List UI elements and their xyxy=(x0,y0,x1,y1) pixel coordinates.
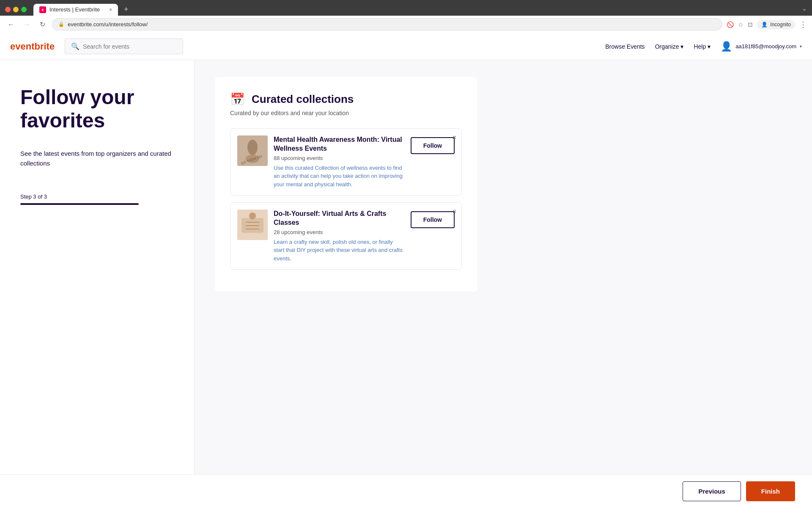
collection-follow-btn: Follow xyxy=(411,137,455,154)
search-icon: 🔍 xyxy=(71,42,80,50)
collection-item: × xyxy=(230,202,462,270)
svg-point-1 xyxy=(247,140,258,155)
collection-info: Do-It-Yourself: Virtual Arts & Crafts Cl… xyxy=(274,210,405,262)
incognito-badge: 👤 Incognito xyxy=(757,20,795,29)
organize-label: Organize xyxy=(655,43,679,50)
user-chevron-icon: ▾ xyxy=(800,44,802,49)
url-bar[interactable]: 🔒 eventbrite.com/u/interests/follow/ xyxy=(52,18,722,30)
user-icon: 👤 xyxy=(721,41,732,52)
progress-bar xyxy=(20,203,139,205)
search-input[interactable] xyxy=(83,43,176,50)
tab-favicon: e xyxy=(39,6,46,13)
nav-right: Browse Events Organize ▾ Help ▾ 👤 aa181f… xyxy=(605,41,802,52)
collection-follow-btn: Follow xyxy=(411,211,455,228)
collection-count: 88 upcoming events xyxy=(274,155,405,161)
diy-thumbnail xyxy=(237,210,268,240)
navbar: eventbrite 🔍 Browse Events Organize ▾ He… xyxy=(0,33,812,60)
back-button[interactable]: ← xyxy=(5,19,17,30)
finish-button[interactable]: Finish xyxy=(746,481,795,501)
help-chevron-icon: ▾ xyxy=(708,43,710,50)
follow-wellness-button[interactable]: Follow xyxy=(411,137,455,154)
wellness-thumbnail: GO THEM OG xyxy=(237,135,268,166)
tab-close-button[interactable]: × xyxy=(109,7,112,13)
tab-title: Interests | Eventbrite xyxy=(49,6,100,13)
collection-name: Do-It-Yourself: Virtual Arts & Crafts Cl… xyxy=(274,210,405,227)
organize-chevron-icon: ▾ xyxy=(680,43,683,50)
help-dropdown[interactable]: Help ▾ xyxy=(694,43,710,50)
collection-count: 28 upcoming events xyxy=(274,229,405,235)
collection-description: Use this curated Collection of wellness … xyxy=(274,164,405,189)
collection-description: Learn a crafty new skill, polish old one… xyxy=(274,238,405,263)
page-footer: Previous Finish xyxy=(0,474,812,508)
dismiss-diy-button[interactable]: × xyxy=(453,208,456,215)
previous-button[interactable]: Previous xyxy=(683,481,741,501)
search-bar[interactable]: 🔍 xyxy=(65,39,183,54)
window-close-dot[interactable] xyxy=(5,7,11,12)
tablet-icon[interactable]: ⊡ xyxy=(748,21,753,28)
left-panel: Follow your favorites See the latest eve… xyxy=(0,60,195,507)
dismiss-wellness-button[interactable]: × xyxy=(453,134,456,141)
new-tab-button[interactable]: + xyxy=(121,3,132,16)
forward-button[interactable]: → xyxy=(21,19,33,30)
star-icon[interactable]: ☆ xyxy=(738,21,743,28)
progress-fill xyxy=(20,203,139,205)
user-email: aa181f85@moodjoy.com xyxy=(735,43,796,50)
hero-subtitle: See the latest events from top organizer… xyxy=(20,149,174,168)
calendar-grid-icon: 📅 xyxy=(230,92,245,106)
help-label: Help xyxy=(694,43,706,50)
right-scroll: 📅 Curated collections Curated by our edi… xyxy=(215,77,792,292)
browse-events-link[interactable]: Browse Events xyxy=(605,43,645,50)
organize-dropdown[interactable]: Organize ▾ xyxy=(655,43,684,50)
curated-card: 📅 Curated collections Curated by our edi… xyxy=(215,77,477,292)
app-container: eventbrite 🔍 Browse Events Organize ▾ He… xyxy=(0,33,812,507)
incognito-icon: 👤 xyxy=(761,22,768,28)
camera-off-icon[interactable]: 🚫 xyxy=(727,21,734,28)
browser-expand-icon[interactable]: ⌄ xyxy=(802,5,807,14)
url-text: eventbrite.com/u/interests/follow/ xyxy=(68,21,716,28)
window-maximize-dot[interactable] xyxy=(21,7,27,12)
collection-info: Mental Health Awareness Month: Virtual W… xyxy=(274,135,405,188)
card-header: 📅 Curated collections xyxy=(230,92,462,106)
active-tab[interactable]: e Interests | Eventbrite × xyxy=(33,4,118,16)
refresh-button[interactable]: ↻ xyxy=(37,19,48,30)
page-layout: Follow your favorites See the latest eve… xyxy=(0,60,812,507)
window-minimize-dot[interactable] xyxy=(13,7,19,12)
card-title: Curated collections xyxy=(252,93,354,106)
collection-inner: GO THEM OG Mental Health Awareness Month… xyxy=(237,135,455,188)
collection-name: Mental Health Awareness Month: Virtual W… xyxy=(274,135,405,153)
address-bar: ← → ↻ 🔒 eventbrite.com/u/interests/follo… xyxy=(0,16,812,33)
eventbrite-logo[interactable]: eventbrite xyxy=(10,41,55,52)
right-panel: 📅 Curated collections Curated by our edi… xyxy=(195,60,812,507)
collection-item: × GO THEM OG Ment xyxy=(230,128,462,196)
lock-icon: 🔒 xyxy=(58,22,64,27)
browser-menu-button[interactable]: ⋮ xyxy=(799,20,807,29)
svg-point-6 xyxy=(249,213,256,219)
card-subtitle: Curated by our editors and near your loc… xyxy=(230,110,462,116)
step-indicator: Step 3 of 3 xyxy=(20,193,174,200)
hero-title: Follow your favorites xyxy=(20,86,174,132)
follow-diy-button[interactable]: Follow xyxy=(411,211,455,228)
collection-inner: Do-It-Yourself: Virtual Arts & Crafts Cl… xyxy=(237,210,455,262)
user-menu[interactable]: 👤 aa181f85@moodjoy.com ▾ xyxy=(721,41,802,52)
incognito-label: Incognito xyxy=(770,22,791,28)
